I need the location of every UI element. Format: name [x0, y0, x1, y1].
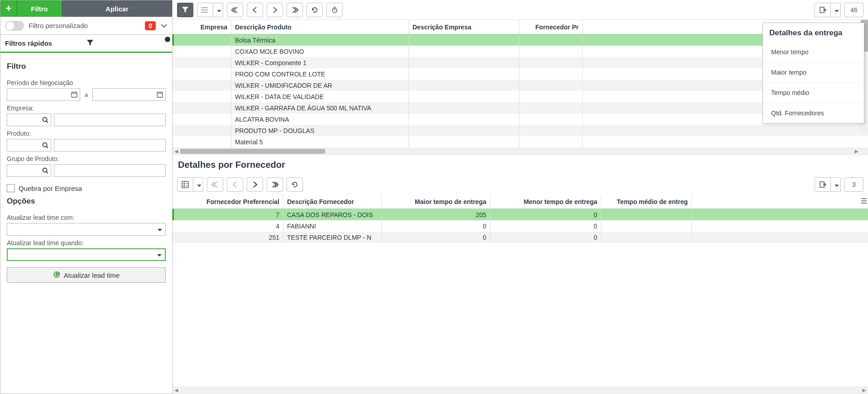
bottom-toolbar: 3 [173, 175, 868, 195]
list-icon [201, 6, 209, 14]
quick-filters-label: Filtros rápidos [5, 39, 86, 47]
next-page-button[interactable] [267, 3, 283, 17]
col-fornecedor[interactable]: Fornecedor Pr [519, 20, 583, 34]
custom-filter-toggle[interactable] [5, 21, 24, 31]
search-icon [42, 117, 49, 123]
delivery-detail-item: Menor tempo [763, 42, 864, 62]
last-icon [291, 6, 298, 14]
top-count: 46 [844, 3, 863, 17]
calendar-icon [71, 91, 78, 98]
export-icon [819, 6, 826, 14]
export-dropdown[interactable] [831, 3, 841, 17]
caret-down-icon [833, 182, 839, 187]
add-filter-button[interactable]: + [0, 0, 17, 17]
bottom-count: 3 [844, 177, 863, 192]
next-icon [251, 181, 259, 188]
horizontal-scrollbar[interactable]: ◄ ► [173, 147, 868, 155]
col-desc-produto[interactable]: Descrição Produto [231, 20, 409, 34]
col-desc-empresa[interactable]: Descrição Empresa [409, 20, 519, 34]
grid-icon [182, 181, 189, 188]
period-to-input[interactable] [92, 88, 166, 101]
grid-view-button[interactable] [177, 177, 193, 192]
table-row[interactable]: 4FABIANNI00 [173, 220, 868, 232]
caret-down-icon [216, 7, 221, 13]
export-icon [819, 181, 826, 188]
leadtime-quando-select[interactable] [7, 248, 166, 261]
grid-menu-icon[interactable] [861, 197, 867, 204]
quebra-label: Quebra por Empresa [19, 185, 82, 192]
last-page-button-b[interactable] [267, 177, 283, 192]
quebra-checkbox[interactable] [7, 184, 15, 192]
main: 46 Empresa Descrição Produto Descrição E… [173, 0, 868, 394]
view-list-dropdown[interactable] [213, 3, 223, 17]
first-page-button-b[interactable] [207, 177, 223, 192]
caret-down-icon [156, 252, 162, 258]
export-dropdown-b[interactable] [831, 177, 841, 192]
table-row[interactable]: Material 5 [173, 136, 868, 147]
detail-section-title: Detalhes por Fornecedor [173, 155, 868, 175]
bottom-grid: Fornecedor Preferencial Descrição Fornec… [173, 195, 868, 243]
delivery-details-title: Detalhes da entrega [763, 23, 864, 42]
calendar-icon [156, 91, 163, 98]
last-page-button[interactable] [287, 3, 303, 17]
next-icon [271, 6, 278, 14]
caret-down-icon [196, 182, 201, 187]
prev-page-button[interactable] [247, 3, 263, 17]
next-page-button-b[interactable] [247, 177, 263, 192]
refresh-clock-icon [53, 271, 61, 279]
last-icon [271, 181, 278, 188]
produto-lookup[interactable] [7, 139, 51, 152]
produto-text[interactable] [54, 139, 166, 152]
caret-down-icon [156, 226, 163, 233]
empresa-label: Empresa: [7, 104, 166, 112]
prev-page-button-b[interactable] [227, 177, 243, 192]
col-fornecedor-pref[interactable]: Fornecedor Preferencial [173, 195, 283, 209]
col-maior-tempo[interactable]: Maior tempo de entrega [382, 195, 490, 209]
grupo-lookup[interactable] [7, 164, 51, 177]
grid-view-dropdown[interactable] [193, 177, 203, 192]
col-tempo-medio[interactable]: Tempo médio de entreg [601, 195, 692, 209]
filter-toggle-button[interactable] [177, 3, 193, 17]
col-menor-tempo[interactable]: Menor tempo de entrega [490, 195, 601, 209]
table-row[interactable]: PRODUTO MP - DOUGLAS [173, 125, 868, 136]
sidebar: + Filtro Aplicar Filtro personalizado 0 … [0, 0, 173, 394]
grupo-text[interactable] [54, 164, 166, 177]
update-leadtime-button[interactable]: Atualizar lead time [7, 267, 166, 283]
delivery-detail-item: Tempo médio [763, 82, 864, 103]
first-icon [231, 6, 239, 14]
search-icon [42, 142, 49, 149]
expand-custom-icon[interactable] [160, 22, 168, 29]
first-page-button[interactable] [227, 3, 243, 17]
table-row[interactable]: 251TESTE PARCEIRO DLMP - N00 [173, 232, 868, 243]
filter-button[interactable]: Filtro [17, 0, 62, 17]
leadtime-com-select[interactable] [7, 223, 166, 236]
refresh-icon [291, 181, 298, 188]
custom-filter-badge: 0 [145, 21, 156, 30]
leadtime-quando-label: Atualizar lead time quando: [7, 239, 166, 247]
delivery-detail-item: Qtd. Fornecedores [763, 103, 864, 123]
col-empresa[interactable]: Empresa [173, 20, 231, 34]
prev-icon [251, 6, 259, 14]
apply-button[interactable]: Aplicar [62, 0, 172, 17]
export-button[interactable] [815, 3, 831, 17]
col-desc-fornecedor[interactable]: Descrição Fornecedor [283, 195, 382, 209]
refresh-button-b[interactable] [287, 177, 303, 192]
table-row[interactable]: 7CASA DOS REPAROS - DOIS2050 [173, 209, 868, 220]
main-horizontal-scrollbar[interactable]: ◄ ► [173, 386, 868, 394]
quick-filter-icon[interactable]: ✕ [86, 39, 168, 47]
period-from-input[interactable] [7, 88, 80, 101]
filter-section-title: Filtro [7, 62, 166, 71]
refresh-button[interactable] [307, 3, 323, 17]
grupo-label: Grupo de Produto: [7, 155, 166, 162]
empresa-lookup[interactable] [7, 114, 51, 126]
view-list-button[interactable] [197, 3, 213, 17]
delivery-details-panel: Detalhes da entrega Menor tempoMaior tem… [762, 23, 864, 123]
empresa-text[interactable] [54, 114, 166, 126]
produto-label: Produto: [7, 130, 166, 137]
export-button-b[interactable] [815, 177, 831, 192]
timer-button[interactable] [326, 3, 343, 17]
top-toolbar: 46 [173, 0, 868, 20]
funnel-icon [182, 6, 189, 14]
options-section-title: Opções [7, 197, 166, 206]
delivery-detail-item: Maior tempo [763, 62, 864, 82]
